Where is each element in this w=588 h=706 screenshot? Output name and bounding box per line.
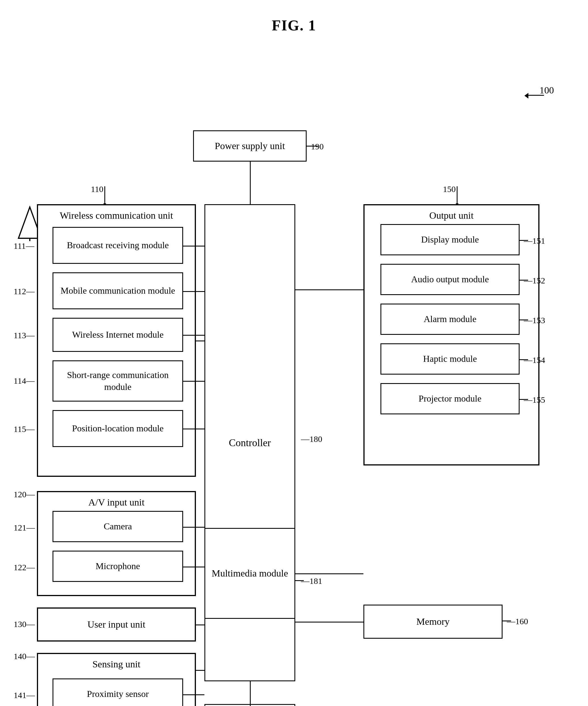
multimedia-box: Multimedia module (204, 528, 295, 619)
haptic-box: Haptic module (381, 343, 519, 375)
mobile-comm-box: Mobile communication module (52, 272, 183, 309)
label-140: 140— (14, 652, 35, 661)
label-100: 100 (540, 85, 554, 96)
label-153: —153 (524, 315, 545, 325)
user-input-box: User input unit (37, 607, 196, 641)
label-111: 111— (14, 241, 34, 251)
label-160: —160 (507, 617, 528, 626)
label-112: 112— (14, 286, 35, 296)
label-190: 190 (311, 142, 324, 151)
display-box: Display module (381, 224, 519, 255)
label-150: 150 (443, 184, 456, 194)
label-120: 120— (14, 489, 35, 499)
position-location-box: Position-location module (52, 410, 183, 447)
label-122: 122— (14, 562, 35, 572)
label-114: 114— (14, 376, 35, 386)
wireless-internet-box: Wireless Internet module (52, 318, 183, 352)
alarm-box: Alarm module (381, 304, 519, 335)
audio-box: Audio output module (381, 264, 519, 295)
label-110: 110 (91, 184, 103, 194)
label-180: —180 (301, 434, 322, 444)
memory-box: Memory (363, 604, 503, 639)
label-154: —154 (524, 355, 545, 365)
short-range-box: Short-range communication module (52, 360, 183, 401)
svg-marker-3 (103, 203, 106, 205)
label-130: 130— (14, 619, 35, 629)
label-113: 113— (14, 330, 35, 340)
power-supply-box: Power supply unit (193, 130, 307, 162)
microphone-box: Microphone (52, 551, 183, 582)
label-181: —181 (301, 576, 322, 586)
label-115: 115— (14, 424, 35, 434)
label-152: —152 (524, 276, 545, 285)
camera-box: Camera (52, 511, 183, 542)
svg-marker-5 (456, 203, 459, 205)
label-121: 121— (14, 523, 35, 533)
figure-title: FIG. 1 (0, 0, 588, 45)
label-155: —155 (524, 395, 545, 405)
label-141: 141— (14, 691, 35, 700)
label-151: —151 (524, 236, 545, 246)
ref-arrow-110 (103, 185, 112, 205)
projector-box: Projector module (381, 383, 519, 414)
broadcast-box: Broadcast receiving module (52, 227, 183, 264)
ref-arrow-150 (456, 185, 464, 205)
diagram: 100 Power supply unit 190 Controller —18… (0, 45, 588, 706)
proximity-box: Proximity sensor (52, 678, 183, 706)
